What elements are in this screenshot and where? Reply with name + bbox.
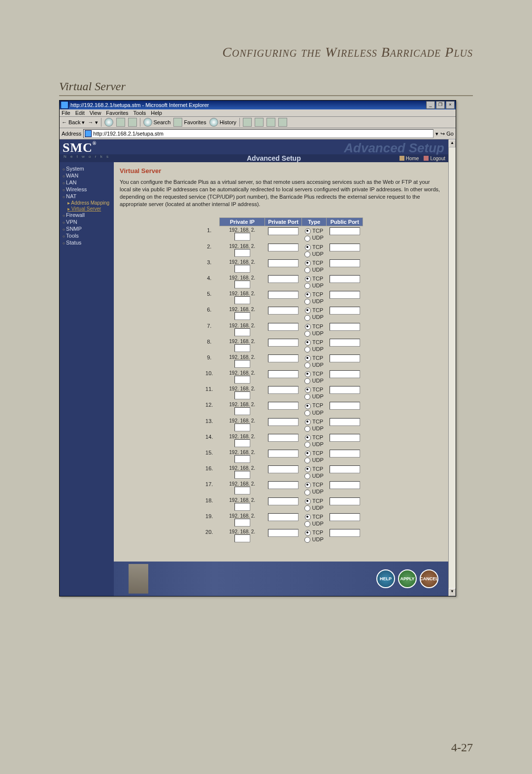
private-port-input[interactable] bbox=[268, 402, 299, 410]
scroll-track[interactable] bbox=[449, 147, 456, 588]
private-port-input[interactable] bbox=[268, 354, 299, 362]
sidebar-item-snmp[interactable]: SNMP bbox=[60, 225, 114, 232]
private-port-input[interactable] bbox=[268, 227, 299, 235]
private-ip-input[interactable] bbox=[234, 376, 250, 384]
public-port-input[interactable] bbox=[330, 259, 360, 267]
public-port-input[interactable] bbox=[330, 354, 360, 362]
private-port-input[interactable] bbox=[268, 323, 299, 331]
tcp-radio[interactable] bbox=[305, 245, 311, 250]
tcp-radio[interactable] bbox=[305, 403, 311, 409]
sidebar-item-firewall[interactable]: Firewall bbox=[60, 211, 114, 218]
go-button[interactable]: ↪ Go bbox=[440, 131, 454, 137]
sidebar-item-wan[interactable]: WAN bbox=[60, 172, 114, 179]
sidebar-item-tools[interactable]: Tools bbox=[60, 232, 114, 239]
apply-button[interactable]: APPLY bbox=[398, 569, 417, 588]
udp-radio[interactable] bbox=[304, 473, 310, 479]
private-ip-input[interactable] bbox=[234, 265, 250, 273]
private-ip-input[interactable] bbox=[234, 344, 250, 352]
favorites-button[interactable]: Favorites bbox=[173, 118, 206, 127]
private-port-input[interactable] bbox=[268, 244, 299, 251]
tcp-radio[interactable] bbox=[305, 371, 311, 377]
history-button[interactable]: History bbox=[209, 118, 236, 127]
public-port-input[interactable] bbox=[330, 529, 360, 537]
private-ip-input[interactable] bbox=[234, 439, 250, 447]
private-port-input[interactable] bbox=[268, 291, 299, 299]
udp-radio[interactable] bbox=[304, 394, 310, 400]
private-ip-input[interactable] bbox=[234, 519, 250, 527]
menu-edit[interactable]: Edit bbox=[75, 110, 85, 116]
private-ip-input[interactable] bbox=[234, 455, 250, 463]
logout-link[interactable]: Logout bbox=[424, 156, 445, 161]
private-port-input[interactable] bbox=[268, 529, 299, 537]
private-ip-input[interactable] bbox=[234, 391, 250, 399]
udp-radio[interactable] bbox=[304, 299, 310, 305]
public-port-input[interactable] bbox=[330, 307, 360, 315]
private-port-input[interactable] bbox=[268, 370, 299, 378]
private-port-input[interactable] bbox=[268, 513, 299, 521]
menu-tools[interactable]: Tools bbox=[133, 110, 146, 116]
udp-radio[interactable] bbox=[304, 521, 310, 527]
tcp-radio[interactable] bbox=[305, 340, 311, 346]
tcp-radio[interactable] bbox=[305, 324, 311, 330]
minimize-button[interactable]: _ bbox=[426, 101, 435, 109]
private-port-input[interactable] bbox=[268, 434, 299, 442]
public-port-input[interactable] bbox=[330, 402, 360, 410]
udp-radio[interactable] bbox=[304, 283, 310, 289]
sidebar-item-status[interactable]: Status bbox=[60, 239, 114, 246]
sidebar-item-vpn[interactable]: VPN bbox=[60, 218, 114, 225]
sidebar-sub-virtual-server[interactable]: ▸ Virtual Server bbox=[60, 206, 104, 212]
private-ip-input[interactable] bbox=[234, 233, 250, 241]
tcp-radio[interactable] bbox=[305, 308, 311, 314]
tcp-radio[interactable] bbox=[305, 292, 311, 298]
udp-radio[interactable] bbox=[304, 426, 310, 432]
sidebar-item-lan[interactable]: LAN bbox=[60, 179, 114, 186]
maximize-button[interactable]: ❐ bbox=[436, 101, 445, 109]
tcp-radio[interactable] bbox=[305, 530, 311, 536]
udp-radio[interactable] bbox=[304, 457, 310, 463]
private-port-input[interactable] bbox=[268, 275, 299, 283]
private-ip-input[interactable] bbox=[234, 249, 250, 257]
private-ip-input[interactable] bbox=[234, 407, 250, 415]
menu-favorites[interactable]: Favorites bbox=[106, 110, 128, 116]
public-port-input[interactable] bbox=[330, 370, 360, 378]
tcp-radio[interactable] bbox=[305, 451, 311, 457]
udp-radio[interactable] bbox=[304, 331, 310, 337]
menu-help[interactable]: Help bbox=[151, 110, 162, 116]
public-port-input[interactable] bbox=[330, 465, 360, 473]
home-link[interactable]: Home bbox=[399, 156, 419, 161]
print-icon[interactable] bbox=[255, 118, 264, 127]
close-button[interactable]: × bbox=[446, 101, 455, 109]
public-port-input[interactable] bbox=[330, 450, 360, 457]
private-ip-input[interactable] bbox=[234, 328, 250, 336]
tcp-radio[interactable] bbox=[305, 355, 311, 361]
tcp-radio[interactable] bbox=[305, 514, 311, 520]
private-ip-input[interactable] bbox=[234, 360, 250, 368]
tcp-radio[interactable] bbox=[305, 228, 311, 234]
public-port-input[interactable] bbox=[330, 291, 360, 299]
scroll-up-button[interactable]: ▲ bbox=[449, 140, 456, 147]
private-ip-input[interactable] bbox=[234, 281, 250, 288]
private-ip-input[interactable] bbox=[234, 296, 250, 304]
udp-radio[interactable] bbox=[304, 410, 310, 416]
tcp-radio[interactable] bbox=[305, 276, 311, 282]
udp-radio[interactable] bbox=[304, 362, 310, 368]
sidebar-item-wireless[interactable]: Wireless bbox=[60, 186, 114, 193]
udp-radio[interactable] bbox=[304, 490, 310, 495]
udp-radio[interactable] bbox=[304, 315, 310, 321]
search-button[interactable]: Search bbox=[143, 118, 171, 127]
public-port-input[interactable] bbox=[330, 386, 360, 394]
public-port-input[interactable] bbox=[330, 434, 360, 442]
udp-radio[interactable] bbox=[304, 505, 310, 511]
udp-radio[interactable] bbox=[304, 267, 310, 273]
tcp-radio[interactable] bbox=[305, 435, 311, 441]
back-button[interactable]: ← Back ▾ bbox=[62, 119, 85, 126]
stop-icon[interactable] bbox=[104, 118, 113, 127]
public-port-input[interactable] bbox=[330, 275, 360, 283]
discuss-icon[interactable] bbox=[278, 118, 287, 127]
udp-radio[interactable] bbox=[304, 537, 310, 543]
private-ip-input[interactable] bbox=[234, 471, 250, 479]
tcp-radio[interactable] bbox=[305, 482, 311, 488]
public-port-input[interactable] bbox=[330, 418, 360, 426]
edit-icon[interactable] bbox=[266, 118, 275, 127]
scroll-down-button[interactable]: ▼ bbox=[449, 588, 456, 596]
